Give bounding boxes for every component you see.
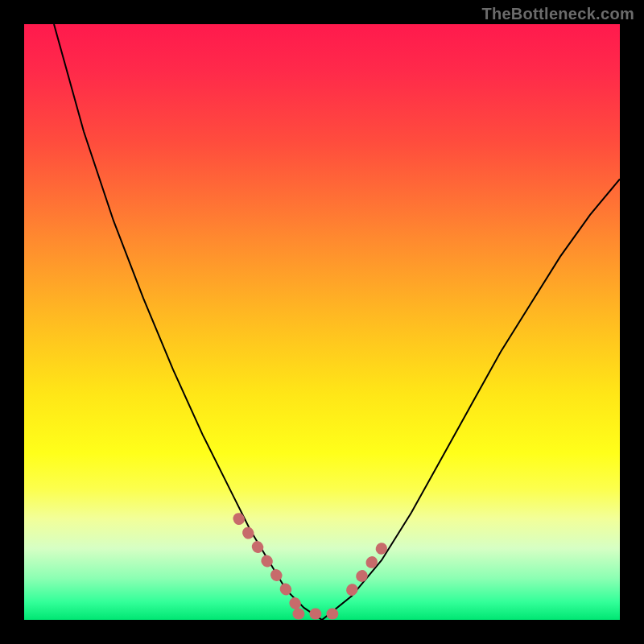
watermark-text: TheBottleneck.com [481,5,634,23]
curve-svg [24,24,620,620]
plot-area [24,24,620,620]
bottleneck-curve [54,24,620,620]
highlight-right [352,548,382,590]
chart-frame: TheBottleneck.com [0,0,644,644]
highlight-left [238,518,298,608]
